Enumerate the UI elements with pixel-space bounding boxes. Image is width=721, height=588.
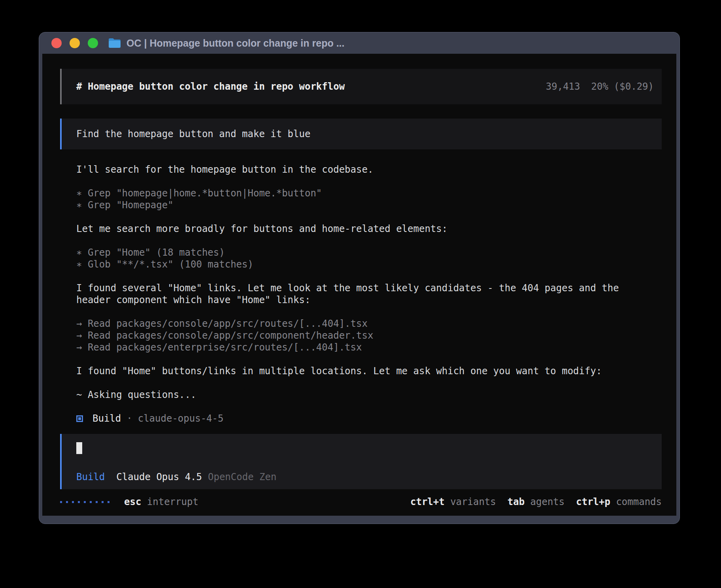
session-stats: 39,413 20% ($0.29) bbox=[546, 81, 654, 92]
hint-key: ctrl+t bbox=[410, 496, 445, 507]
assistant-status: ~ Asking questions... bbox=[76, 389, 662, 401]
zoom-button[interactable] bbox=[88, 38, 98, 48]
terminal-window: OC | Homepage button color change in rep… bbox=[39, 32, 680, 524]
user-message: Find the homepage button and make it blu… bbox=[60, 119, 662, 149]
tool-call-line: → Read packages/enterprise/src/routes/[.… bbox=[76, 341, 662, 353]
conversation: I'll search for the homepage button in t… bbox=[76, 164, 662, 401]
tool-calls-search: ∗ Grep "Home" (18 matches) ∗ Glob "**/*.… bbox=[76, 247, 662, 270]
text-line: I'll search for the homepage button in t… bbox=[76, 164, 662, 175]
hint-key: tab bbox=[508, 496, 525, 507]
tool-call-line: ∗ Grep "Home" (18 matches) bbox=[76, 247, 662, 258]
agent-model: claude-opus-4-5 bbox=[138, 413, 224, 424]
hint-label: commands bbox=[616, 496, 662, 507]
minimize-button[interactable] bbox=[70, 38, 80, 48]
traffic-lights bbox=[51, 38, 98, 48]
hint-label: agents bbox=[530, 496, 565, 507]
tool-calls-read: → Read packages/console/app/src/routes/[… bbox=[76, 318, 662, 353]
token-count: 39,413 bbox=[546, 81, 580, 92]
terminal-screen: # Homepage button color change in repo w… bbox=[42, 54, 676, 516]
assistant-text: I'll search for the homepage button in t… bbox=[76, 164, 662, 175]
folder-icon bbox=[108, 38, 121, 48]
tool-call-line: ∗ Grep "homepage|home.*button|Home.*butt… bbox=[76, 187, 662, 199]
session-cost: ($0.29) bbox=[614, 81, 654, 92]
text-line: header component which have "Home" links… bbox=[76, 294, 662, 306]
window-title: OC | Homepage button color change in rep… bbox=[126, 38, 344, 49]
tool-call-line: ∗ Glob "**/*.tsx" (100 matches) bbox=[76, 258, 662, 270]
model-name[interactable]: Claude Opus 4.5 bbox=[116, 471, 202, 483]
assistant-text: I found "Home" buttons/links in multiple… bbox=[76, 365, 662, 377]
esc-key: esc bbox=[124, 496, 141, 507]
agent-status-line: Build · claude-opus-4-5 bbox=[76, 413, 662, 424]
hint-variants: ctrl+t variants bbox=[410, 496, 496, 508]
status-bar: esc interrupt ctrl+t variants tab agents… bbox=[60, 496, 662, 508]
hint-label: variants bbox=[450, 496, 496, 507]
text-line: Let me search more broadly for buttons a… bbox=[76, 223, 662, 235]
assistant-text: Let me search more broadly for buttons a… bbox=[76, 223, 662, 235]
spinner-dots-icon bbox=[60, 501, 109, 503]
input-model-row: Build Claude Opus 4.5 OpenCode Zen bbox=[76, 471, 662, 483]
tool-call-line: → Read packages/console/app/src/routes/[… bbox=[76, 318, 662, 330]
user-message-text: Find the homepage button and make it blu… bbox=[76, 128, 310, 140]
tool-call-line: ∗ Grep "Homepage" bbox=[76, 199, 662, 211]
window-titlebar[interactable]: OC | Homepage button color change in rep… bbox=[39, 32, 679, 54]
agent-name: Build bbox=[92, 413, 121, 424]
status-left: esc interrupt bbox=[60, 496, 198, 508]
text-line: I found "Home" buttons/links in multiple… bbox=[76, 365, 662, 377]
hint-key: ctrl+p bbox=[576, 496, 610, 507]
provider-name: OpenCode Zen bbox=[208, 471, 276, 483]
context-percent: 20% bbox=[591, 81, 608, 92]
close-button[interactable] bbox=[51, 38, 62, 48]
separator-dot: · bbox=[126, 413, 132, 424]
hint-agents: tab agents bbox=[508, 496, 565, 508]
status-line: ~ Asking questions... bbox=[76, 389, 662, 401]
esc-label: interrupt bbox=[147, 496, 198, 507]
session-title: # Homepage button color change in repo w… bbox=[76, 81, 345, 92]
status-right: ctrl+t variants tab agents ctrl+p comman… bbox=[410, 496, 662, 508]
tool-calls-grep: ∗ Grep "homepage|home.*button|Home.*butt… bbox=[76, 187, 662, 211]
hint-commands: ctrl+p commands bbox=[576, 496, 662, 508]
agent-square-icon bbox=[76, 415, 83, 422]
tool-call-line: → Read packages/console/app/src/componen… bbox=[76, 330, 662, 341]
assistant-text: I found several "Home" links. Let me loo… bbox=[76, 282, 662, 306]
interrupt-hint: esc interrupt bbox=[124, 496, 198, 508]
session-header: # Homepage button color change in repo w… bbox=[60, 69, 662, 104]
text-line: I found several "Home" links. Let me loo… bbox=[76, 282, 662, 294]
text-cursor bbox=[76, 442, 82, 454]
prompt-input[interactable]: Build Claude Opus 4.5 OpenCode Zen bbox=[60, 434, 662, 489]
mode-label[interactable]: Build bbox=[76, 471, 105, 483]
